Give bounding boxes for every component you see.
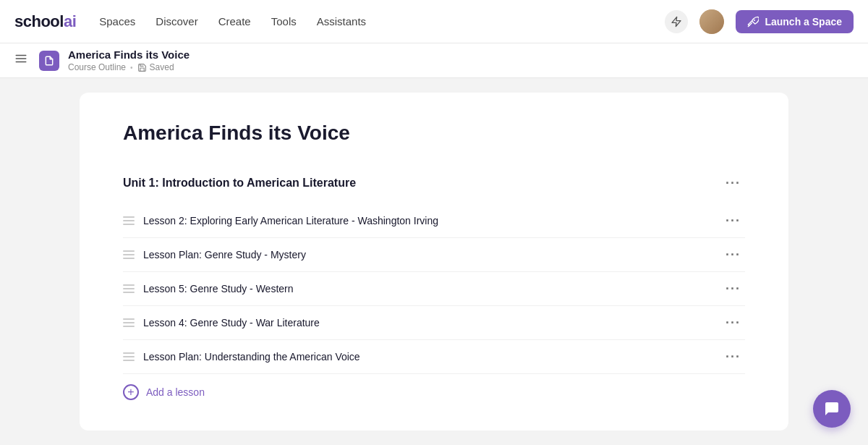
chat-bubble-button[interactable] [813,390,851,428]
lesson-left: Lesson 2: Exploring Early American Liter… [123,215,438,226]
breadcrumb-text: Course Outline [68,62,126,72]
drag-handle[interactable] [123,318,135,327]
lesson-more-button[interactable]: ··· [721,315,745,331]
nav-discover[interactable]: Discover [156,15,197,27]
saved-icon [137,63,147,72]
add-lesson-icon: + [123,384,139,400]
lesson-more-button[interactable]: ··· [721,349,745,365]
lesson-row[interactable]: Lesson 2: Exploring Early American Liter… [123,204,745,238]
svg-marker-0 [672,17,681,26]
chat-icon [823,400,841,418]
unit-title: Unit 1: Introduction to American Literat… [123,177,356,190]
nav-tools[interactable]: Tools [271,15,297,27]
lesson-left: Lesson 5: Genre Study - Western [123,283,294,294]
document-icon [39,51,59,71]
nav-create[interactable]: Create [218,15,251,27]
secondary-navigation: America Finds its Voice Course Outline •… [0,43,868,78]
lesson-more-button[interactable]: ··· [721,247,745,263]
logo-ai-text: ai [64,12,76,30]
add-lesson-row[interactable]: + Add a lesson [123,374,745,400]
svg-point-1 [754,20,755,21]
launch-space-button[interactable]: Launch a Space [736,10,854,33]
lesson-row[interactable]: Lesson 5: Genre Study - Western ··· [123,272,745,306]
lesson-left: Lesson Plan: Genre Study - Mystery [123,249,306,260]
drag-handle[interactable] [123,284,135,293]
unit-more-button[interactable]: ··· [721,175,745,191]
user-avatar[interactable] [699,9,724,34]
page-title: America Finds its Voice [123,122,745,145]
drag-handle[interactable] [123,352,135,361]
content-card: America Finds its Voice Unit 1: Introduc… [80,93,788,431]
document-title: America Finds its Voice [68,48,190,61]
nav-spaces[interactable]: Spaces [99,15,135,27]
rocket-icon [747,16,759,27]
lesson-row[interactable]: Lesson Plan: Understanding the American … [123,340,745,374]
lesson-left: Lesson 4: Genre Study - War Literature [123,317,320,329]
lesson-row[interactable]: Lesson 4: Genre Study - War Literature ·… [123,306,745,340]
lesson-row[interactable]: Lesson Plan: Genre Study - Mystery ··· [123,238,745,272]
top-navigation: schoolai Spaces Discover Create Tools As… [0,0,868,43]
lesson-more-button[interactable]: ··· [721,281,745,297]
launch-button-label: Launch a Space [765,16,842,27]
add-lesson-label: Add a lesson [146,386,205,398]
saved-badge: Saved [137,62,174,72]
lesson-title: Lesson Plan: Understanding the American … [143,351,360,363]
saved-label: Saved [150,62,174,72]
lightning-icon[interactable] [665,10,688,33]
lesson-title: Lesson 4: Genre Study - War Literature [143,317,320,329]
hamburger-icon[interactable] [12,49,30,72]
drag-handle[interactable] [123,250,135,259]
lesson-title: Lesson 5: Genre Study - Western [143,283,294,294]
lesson-more-button[interactable]: ··· [721,213,745,229]
nav-assistants[interactable]: Assistants [317,15,366,27]
drag-handle[interactable] [123,216,135,225]
breadcrumb-dot: • [130,64,133,72]
lesson-left: Lesson Plan: Understanding the American … [123,351,360,363]
nav-right: Launch a Space [665,9,854,34]
unit-header: Unit 1: Introduction to American Literat… [123,168,745,198]
lessons-list: Lesson 2: Exploring Early American Liter… [123,204,745,374]
logo[interactable]: schoolai [14,12,76,31]
document-title-group: America Finds its Voice Course Outline •… [68,48,190,72]
lesson-title: Lesson 2: Exploring Early American Liter… [143,215,438,226]
breadcrumb: Course Outline • Saved [68,62,190,72]
main-content: America Finds its Voice Unit 1: Introduc… [0,78,868,445]
lesson-title: Lesson Plan: Genre Study - Mystery [143,249,306,260]
logo-school-text: school [14,12,64,30]
nav-links: Spaces Discover Create Tools Assistants [99,15,665,27]
